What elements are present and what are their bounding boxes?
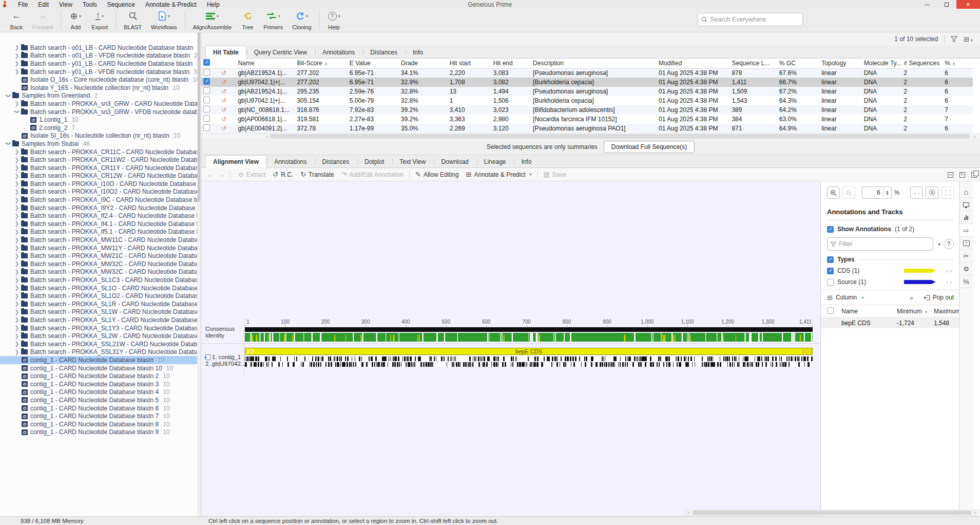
- tree-item[interactable]: ❯Batch search - PROKKA_CR11Y - CARD Nucl…: [0, 164, 201, 172]
- column-header-sequence-l-[interactable]: Sequence L...: [729, 59, 777, 68]
- tree-item[interactable]: ❯Batch search - y01_LB - CARD Nucleotide…: [0, 60, 201, 68]
- column-header-grade[interactable]: Grade: [399, 59, 448, 68]
- menu-tools[interactable]: Tools: [78, 1, 102, 9]
- back-button[interactable]: ←Back: [5, 9, 28, 32]
- annotation-select-all-checkbox[interactable]: [827, 307, 834, 314]
- tab-annotations[interactable]: Annotations: [266, 155, 314, 167]
- annotation-table-header[interactable]: NameMinimum ▾Maximum: [821, 305, 959, 317]
- tree-item[interactable]: ❯Batch search - o01_LB - CARD Nucleotide…: [0, 44, 201, 52]
- tree-item[interactable]: @contig_1 - CARD Nucleotide Database bla…: [0, 412, 201, 420]
- scroll-left-icon[interactable]: ‹: [201, 134, 268, 139]
- annotate-predict-button[interactable]: ⊞Annotate & Predict▾: [463, 169, 535, 180]
- primers-button[interactable]: ▾Primers: [259, 9, 287, 32]
- tree-item[interactable]: ❯Batch search - PROKKA_SL1O2 - CARD Nucl…: [0, 292, 201, 300]
- maximize-button[interactable]: [937, 0, 956, 9]
- collapse-view-icon[interactable]: [948, 172, 953, 178]
- chevron-right-icon[interactable]: ❯: [14, 229, 20, 235]
- chevron-right-icon[interactable]: ❯: [14, 157, 20, 163]
- cloning-button[interactable]: ▾Cloning: [287, 9, 316, 32]
- chevron-right-icon[interactable]: ❯: [14, 189, 20, 195]
- chevron-down-icon[interactable]: ❯: [6, 141, 11, 147]
- type-prev-next-icons[interactable]: ‹›: [939, 279, 954, 285]
- tree-item[interactable]: @Isolate Y_16S - Nucleotide collection (…: [0, 84, 201, 92]
- hit-table-row[interactable]: ↺gb|AP006618.1|...319.5812.27e-8339.2%3,…: [201, 115, 973, 124]
- tab-download[interactable]: Download: [433, 155, 476, 167]
- column-header-bit-score[interactable]: Bit-Score∧: [295, 59, 347, 68]
- tree-item[interactable]: ❯Batch search - PROKKA_SL1Y - CARD Nucle…: [0, 316, 201, 324]
- column-header-description[interactable]: Description: [531, 59, 657, 68]
- type-row-cds-1-[interactable]: CDS (1)‹›: [827, 267, 954, 274]
- tree-item[interactable]: ❯Batch search - PROKKA_sn3_GRW - VFDB nu…: [0, 108, 201, 116]
- tab-info[interactable]: Info: [513, 155, 539, 167]
- tab-query-centric-view[interactable]: Query Centric View: [246, 46, 315, 58]
- zoom-in-button[interactable]: [827, 186, 840, 199]
- chevron-right-icon[interactable]: ❯: [14, 61, 20, 66]
- zoom-fit-button[interactable]: →←: [910, 186, 923, 199]
- chevron-right-icon[interactable]: ❯: [14, 309, 20, 315]
- gear-icon[interactable]: ⚙: [959, 262, 973, 275]
- minimize-button[interactable]: —: [917, 0, 937, 9]
- filter-dropdown-icon[interactable]: ▾: [938, 241, 940, 247]
- tab-info[interactable]: Info: [405, 46, 431, 58]
- tree-item[interactable]: ❯Batch search - PROKKA_SSL21W - CARD Nuc…: [0, 340, 201, 348]
- tab-distances[interactable]: Distances: [362, 46, 405, 58]
- blast-button[interactable]: BLAST: [119, 9, 146, 32]
- column-header-topology[interactable]: Topology: [819, 59, 861, 68]
- save-button[interactable]: ▤Save: [540, 169, 570, 180]
- hit-table-row[interactable]: ↺gb|AE004091.2|...372.781.17e-9935.0%2.2…: [201, 124, 973, 133]
- chevron-right-icon[interactable]: ❯: [14, 341, 20, 347]
- tree-item[interactable]: @contig_1 - CARD Nucleotide Database bla…: [0, 372, 201, 380]
- expand-button[interactable]: [941, 186, 954, 199]
- tree-item[interactable]: ❯Batch search - PROKKA_CR12W - CARD Nucl…: [0, 172, 201, 180]
- align-assemble-button[interactable]: ▾Align/Assemble: [188, 9, 237, 32]
- hit-table-row[interactable]: ↺gb|NC_008618.1...316.8767.92e-8339.2%3,…: [201, 105, 973, 115]
- download-full-sequences-button[interactable]: Download Full Sequence(s): [604, 141, 695, 153]
- tree-item[interactable]: ❯Batch search - PROKKA_sn3_GRW - CARD Nu…: [0, 100, 201, 108]
- export-button[interactable]: ↑▾Export: [87, 9, 112, 32]
- help-button[interactable]: ?▾Help: [323, 9, 345, 32]
- tree-item[interactable]: ❯Batch search - PROKKA_I9C - CARD Nucleo…: [0, 196, 201, 204]
- chevron-right-icon[interactable]: ❯: [14, 277, 20, 283]
- tree-item[interactable]: ❯Samples from Greenland2: [0, 92, 201, 100]
- home-icon[interactable]: ⌂: [959, 185, 973, 198]
- tree-item[interactable]: ❯Batch search - PROKKA_SL1C3 - CARD Nucl…: [0, 276, 201, 284]
- add-edit-annotation-button[interactable]: ↷Add/Edit Annotation: [338, 169, 407, 180]
- tree-item[interactable]: ❯Batch search - PROKKA_SL1O - CARD Nucle…: [0, 284, 201, 292]
- scroll-right-icon[interactable]: ›: [974, 134, 980, 139]
- row-checkbox[interactable]: [203, 124, 210, 131]
- search-everywhere-box[interactable]: [698, 13, 803, 26]
- zoom-level-spinner[interactable]: 6 ▲▼: [862, 186, 892, 199]
- sidebar-scrollbar[interactable]: [197, 32, 201, 516]
- tab-distances[interactable]: Distances: [315, 155, 357, 167]
- tree-item[interactable]: @contig_1 - CARD Nucleotide Database bla…: [0, 388, 201, 397]
- hit-table-row[interactable]: ↺gb|AB219524.1|...295.2352.59e-7632.8%13…: [201, 87, 973, 96]
- tab-annotations[interactable]: Annotations: [315, 46, 362, 58]
- hit-table-row[interactable]: ↺gb|AB219524.1|...277.2026.95e-7134.1%2,…: [201, 68, 973, 78]
- scroll-right-icon[interactable]: ›: [971, 510, 978, 515]
- tree-item[interactable]: ❯Batch search - PROKKA_MW11C - CARD Nucl…: [0, 236, 201, 244]
- tree-item[interactable]: @contig_1 - CARD Nucleotide Database bla…: [0, 404, 201, 413]
- menu-file[interactable]: File: [13, 1, 32, 9]
- alignment-canvas[interactable]: Consensus Identity 1. contig_1 2. gb|U97…: [201, 181, 820, 516]
- menu-annotate-predict[interactable]: Annotate & Predict: [141, 1, 201, 9]
- chevron-right-icon[interactable]: ❯: [14, 197, 20, 203]
- forward-button[interactable]: →Forward: [28, 9, 57, 32]
- tree-item[interactable]: @2.contig_27: [0, 124, 201, 132]
- row-checkbox[interactable]: [203, 97, 210, 103]
- row-checkbox[interactable]: [203, 87, 210, 94]
- column-button[interactable]: Column: [836, 294, 857, 301]
- tree-item[interactable]: @contig_1 - CARD Nucleotide Database bla…: [0, 364, 201, 372]
- chevron-right-icon[interactable]: ❯: [14, 165, 20, 171]
- tree-item[interactable]: ❯Batch search - PROKKA_CR11W2 - CARD Nuc…: [0, 156, 201, 164]
- chevron-right-icon[interactable]: ❯: [14, 293, 20, 299]
- bepE-cds-annotation[interactable]: bepE CDS: [245, 347, 813, 355]
- chevron-right-icon[interactable]: ❯: [14, 245, 20, 251]
- annotation-help-icon[interactable]: ?: [959, 237, 973, 250]
- zoom-full-button[interactable]: Ⓐ: [926, 186, 938, 199]
- annotation-filter-box[interactable]: [827, 237, 933, 251]
- types-checkbox[interactable]: [827, 256, 834, 263]
- menu-sequence[interactable]: Sequence: [103, 1, 140, 9]
- chevron-right-icon[interactable]: ❯: [14, 317, 20, 323]
- allow-editing-button[interactable]: ✎Allow Editing: [412, 169, 463, 180]
- tab-dotplot[interactable]: Dotplot: [357, 155, 392, 167]
